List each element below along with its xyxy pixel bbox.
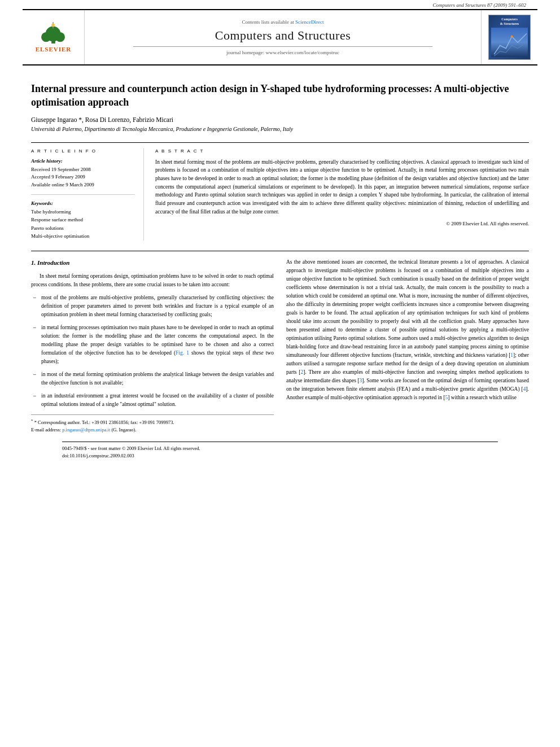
contents-available-text: Contents lists available at ScienceDirec… [242, 19, 324, 25]
sciencedirect-link[interactable]: ScienceDirect [295, 19, 323, 25]
history-label: Article history: [31, 158, 135, 164]
available-online-date: Available online 9 March 2009 [31, 181, 135, 189]
section1-right-para1: As the above mentioned issues are concer… [286, 258, 529, 402]
section1-para1: In sheet metal forming operations design… [31, 272, 274, 289]
article-info-abstract-section: A R T I C L E I N F O Article history: R… [31, 142, 529, 241]
elsevier-logo: ELSEVIER [36, 22, 72, 53]
footnote-star-text: * * Corresponding author. Tel.: +39 091 … [31, 418, 274, 426]
journal-title: Computers and Structures [215, 28, 351, 43]
svg-point-2 [41, 32, 51, 42]
journal-title-section: Contents lists available at ScienceDirec… [85, 10, 481, 64]
journal-cover-thumbnail: Computers & Structures [488, 15, 531, 60]
authors-line: Giuseppe Ingarao *, Rosa Di Lorenzo, Fab… [31, 116, 529, 123]
affiliation-line: Università di Palermo, Dipartimento di T… [31, 126, 529, 132]
bullet-item-2: in metal forming processes optimisation … [31, 324, 274, 366]
abstract-column: A B S T R A C T In sheet metal forming m… [155, 148, 529, 241]
bullet-item-3: in most of the metal forming optimisatio… [31, 370, 274, 387]
elsevier-tree-icon [38, 22, 69, 45]
svg-point-6 [511, 35, 513, 37]
keywords-label: Keywords: [31, 200, 135, 206]
article-info-column: A R T I C L E I N F O Article history: R… [31, 148, 144, 241]
and-text: and [331, 344, 339, 350]
main-content: Internal pressure and counterpunch actio… [31, 65, 529, 460]
journal-header: ELSEVIER Contents lists available at Sci… [23, 9, 537, 65]
bullet-item-4: in an industrial environment a great int… [31, 392, 274, 409]
top-citation-bar: Computers and Structures 87 (2009) 591–6… [0, 0, 560, 9]
info-divider [31, 194, 135, 195]
journal-homepage: journal homepage: www.elsevier.com/locat… [226, 50, 339, 55]
journal-divider [133, 46, 432, 47]
received-date: Received 19 September 2008 [31, 166, 135, 174]
footnote-email-line: E-mail address: p.ingarao@dtpm.unipa.it … [31, 426, 274, 434]
accepted-date: Accepted 9 February 2009 [31, 173, 135, 181]
copyright-line: © 2009 Elsevier Ltd. All rights reserved… [155, 221, 529, 226]
footnote-email-link[interactable]: p.ingarao@dtpm.unipa.it [62, 427, 110, 433]
bottom-bar: 0045-7949/$ - see front matter © 2009 El… [62, 442, 498, 460]
ref4-link[interactable]: 4 [523, 386, 526, 392]
footnote-section: * * Corresponding author. Tel.: +39 091 … [31, 414, 274, 433]
ref1-link[interactable]: 1 [510, 352, 513, 358]
fig1-link[interactable]: Fig. 1 [176, 350, 189, 356]
ref3-link[interactable]: 3 [360, 378, 362, 383]
elsevier-logo-section: ELSEVIER [23, 10, 85, 64]
citation-text: Computers and Structures 87 (2009) 591–6… [433, 2, 526, 8]
svg-point-5 [51, 24, 55, 27]
journal-cover-section: Computers & Structures [481, 10, 537, 64]
section-divider [31, 251, 529, 251]
keyword-4: Multi-objective optimisation [31, 232, 135, 240]
section1-bullet-list: most of the problems are multi-objective… [31, 294, 274, 409]
svg-point-3 [55, 32, 65, 42]
section-1-heading: 1. Introduction [31, 258, 274, 268]
body-column-right: As the above mentioned issues are concer… [286, 258, 529, 434]
keyword-2: Response surface method [31, 216, 135, 224]
cover-image [491, 28, 528, 57]
keyword-3: Pareto solutions [31, 224, 135, 232]
body-column-left: 1. Introduction In sheet metal forming o… [31, 258, 274, 434]
issn-text: 0045-7949/$ - see front matter © 2009 El… [62, 445, 498, 452]
doi-text: doi:10.1016/j.compstruc.2009.02.003 [62, 452, 498, 460]
cover-title: Computers & Structures [500, 18, 519, 27]
page-wrapper: Computers and Structures 87 (2009) 591–6… [0, 0, 560, 747]
abstract-text: In sheet metal forming most of the probl… [155, 158, 529, 216]
elsevier-brand-text: ELSEVIER [36, 46, 72, 53]
keyword-1: Tube hydroforming [31, 208, 135, 216]
article-title: Internal pressure and counterpunch actio… [31, 82, 529, 110]
abstract-label: A B S T R A C T [155, 148, 529, 154]
footnote-star-symbol: * [31, 418, 33, 423]
bullet-item-1: most of the problems are multi-objective… [31, 294, 274, 319]
ref2-link[interactable]: 2 [301, 369, 304, 375]
cover-graph-icon [491, 28, 528, 57]
article-info-label: A R T I C L E I N F O [31, 148, 135, 154]
body-content: 1. Introduction In sheet metal forming o… [31, 258, 529, 434]
ref5-link[interactable]: 5 [445, 395, 448, 400]
